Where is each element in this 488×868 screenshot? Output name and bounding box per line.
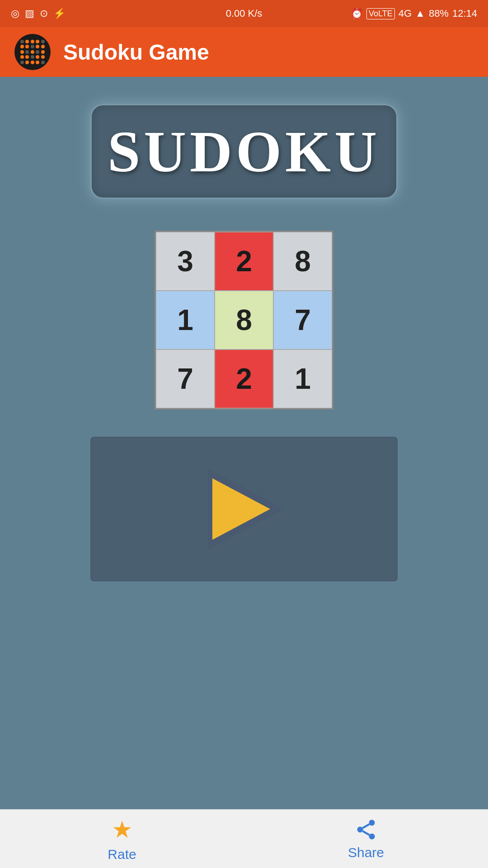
play-button[interactable]	[90, 437, 398, 581]
table-row[interactable]: 1	[273, 349, 332, 408]
status-bar: ◎ ▨ ⊙ ⚡ 0.00 K/s ⏰ VoLTE 4G ▲ 88% 12:14	[0, 0, 488, 27]
table-row[interactable]: 7	[156, 349, 215, 408]
app-title: Sudoku Game	[63, 40, 209, 65]
table-row[interactable]: 8	[215, 291, 273, 349]
app-bar: Sudoku Game	[0, 27, 488, 77]
table-row[interactable]: 3	[156, 232, 215, 291]
main-content: SUDOKU 3 2 8 1 8 7 7 2 1	[0, 77, 488, 809]
status-right: ⏰ VoLTE 4G ▲ 88% 12:14	[351, 8, 477, 19]
flash-icon: ⚡	[53, 8, 66, 19]
nav-item-rate[interactable]: ★ Rate	[0, 816, 244, 862]
record-icon: ⊙	[40, 8, 48, 19]
sudoku-title-box: SUDOKU	[90, 104, 398, 199]
table-row[interactable]: 1	[156, 291, 215, 349]
bottom-nav: ★ Rate Share	[0, 809, 488, 868]
table-row[interactable]: 8	[273, 232, 332, 291]
time: 12:14	[452, 8, 477, 19]
status-left: ◎ ▨ ⊙ ⚡	[11, 8, 66, 19]
rate-label: Rate	[108, 847, 136, 862]
play-triangle-inner	[212, 478, 270, 540]
nav-item-share[interactable]: Share	[244, 818, 488, 860]
network-speed: 0.00 K/s	[226, 8, 263, 19]
share-label: Share	[348, 845, 384, 860]
svg-line-4	[363, 824, 370, 828]
play-icon	[203, 468, 285, 550]
svg-point-0	[369, 820, 375, 826]
svg-point-2	[369, 833, 375, 839]
app-logo	[14, 34, 51, 70]
sudoku-grid[interactable]: 3 2 8 1 8 7 7 2 1	[155, 231, 333, 410]
star-icon: ★	[112, 816, 133, 843]
network-icon: 4G	[399, 8, 412, 19]
alarm-icon: ⏰	[351, 8, 363, 19]
photo-icon: ▨	[25, 8, 34, 19]
sudoku-title: SUDOKU	[108, 118, 380, 185]
share-icon	[354, 818, 378, 841]
signal-icon: ▲	[415, 8, 425, 19]
table-row[interactable]: 2	[215, 349, 273, 408]
volte-icon: VoLTE	[366, 8, 395, 19]
table-row[interactable]: 2	[215, 232, 273, 291]
table-row[interactable]: 7	[273, 291, 332, 349]
battery: 88%	[429, 8, 449, 19]
location-icon: ◎	[11, 8, 19, 19]
svg-point-1	[357, 826, 363, 832]
svg-line-3	[363, 831, 370, 835]
logo-dots	[20, 40, 45, 64]
